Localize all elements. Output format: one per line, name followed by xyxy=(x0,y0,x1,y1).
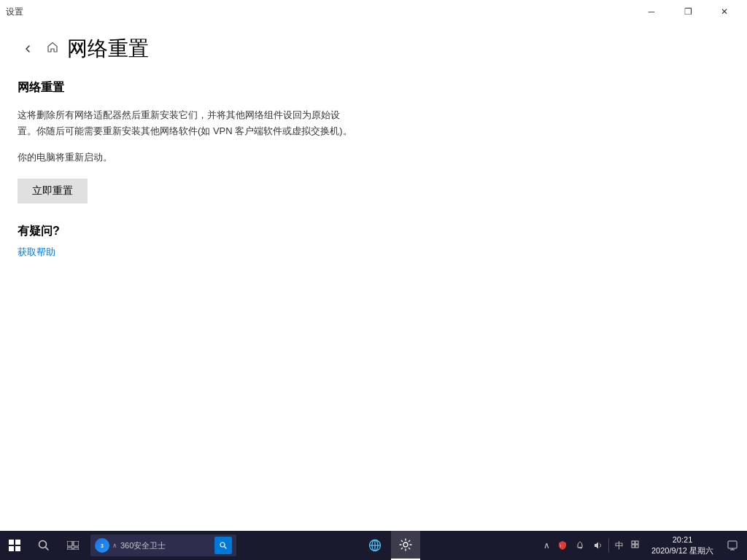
tray-language-button[interactable]: 中 xyxy=(612,531,627,560)
clock-date: 2020/9/12 星期六 xyxy=(651,545,713,556)
close-button[interactable]: ✕ xyxy=(708,0,741,23)
taskbar-tray: ∧ ! 中 xyxy=(541,531,747,560)
tray-expand-icon: ∧ xyxy=(543,540,550,551)
svg-point-19 xyxy=(581,548,582,549)
svg-rect-24 xyxy=(728,541,737,548)
minimize-button[interactable]: ─ xyxy=(635,0,668,23)
svg-rect-6 xyxy=(67,541,72,546)
language-label: 中 xyxy=(615,540,624,552)
back-button[interactable] xyxy=(18,39,38,59)
svg-rect-2 xyxy=(9,546,14,551)
svg-rect-1 xyxy=(15,540,20,545)
notification-center-button[interactable] xyxy=(721,531,744,560)
title-bar-controls: ─ ❐ ✕ xyxy=(635,0,741,23)
taskbar-left: 3 ∧ 360安全卫士 xyxy=(0,531,239,560)
section-title: 网络重置 xyxy=(18,80,729,96)
title-bar: 设置 ─ ❐ ✕ xyxy=(0,0,747,23)
search-input-text: 360安全卫士 xyxy=(120,540,212,551)
tray-expand-icon: ∧ xyxy=(112,542,117,549)
description-text: 这将删除所有网络适配器然后重新安装它们，并将其他网络组件设回为原始设置。你随后可… xyxy=(18,107,353,139)
task-view-button[interactable] xyxy=(58,531,88,560)
clock-time: 20:21 xyxy=(673,534,693,545)
search-button[interactable] xyxy=(29,531,58,560)
home-icon[interactable] xyxy=(47,42,58,56)
svg-rect-8 xyxy=(67,548,72,550)
svg-line-11 xyxy=(225,547,227,549)
360-icon: 3 xyxy=(95,538,109,553)
restore-button[interactable]: ❐ xyxy=(671,0,705,23)
svg-point-16 xyxy=(403,542,408,547)
tray-divider xyxy=(608,538,609,553)
svg-rect-3 xyxy=(15,546,20,551)
svg-rect-7 xyxy=(74,541,79,546)
faq-title: 有疑问? xyxy=(18,224,729,239)
help-link[interactable]: 获取帮助 xyxy=(18,246,55,257)
taskbar-app-globe[interactable] xyxy=(360,531,390,560)
page-title: 网络重置 xyxy=(67,35,149,63)
tray-ime-icon[interactable] xyxy=(628,531,644,560)
svg-rect-21 xyxy=(635,541,638,544)
taskbar: 3 ∧ 360安全卫士 xyxy=(0,531,747,560)
main-content: 网络重置 这将删除所有网络适配器然后重新安装它们，并将其他网络组件设回为原始设置… xyxy=(0,69,747,271)
svg-rect-23 xyxy=(635,545,638,548)
reset-button[interactable]: 立即重置 xyxy=(18,179,88,203)
svg-rect-20 xyxy=(632,541,635,544)
svg-line-5 xyxy=(46,548,49,551)
search-submit-button[interactable] xyxy=(214,537,232,554)
title-bar-left: 设置 xyxy=(6,6,23,18)
start-button[interactable] xyxy=(0,531,29,560)
tray-volume-icon[interactable] xyxy=(589,531,605,560)
tray-expand-button[interactable]: ∧ xyxy=(541,531,553,560)
taskbar-app-settings[interactable] xyxy=(391,531,420,560)
svg-rect-0 xyxy=(9,540,14,545)
taskbar-apps xyxy=(360,531,420,560)
app-title: 设置 xyxy=(6,6,23,18)
search-bar[interactable]: 3 ∧ 360安全卫士 xyxy=(90,534,236,556)
tray-notification-icon[interactable] xyxy=(572,531,588,560)
restart-note: 你的电脑将重新启动。 xyxy=(18,151,729,164)
page-header: 网络重置 xyxy=(0,23,747,69)
tray-antivirus-icon[interactable]: ! xyxy=(554,531,570,560)
svg-rect-22 xyxy=(632,545,635,548)
svg-rect-9 xyxy=(74,548,79,550)
system-clock[interactable]: 20:21 2020/9/12 星期六 xyxy=(646,531,719,560)
